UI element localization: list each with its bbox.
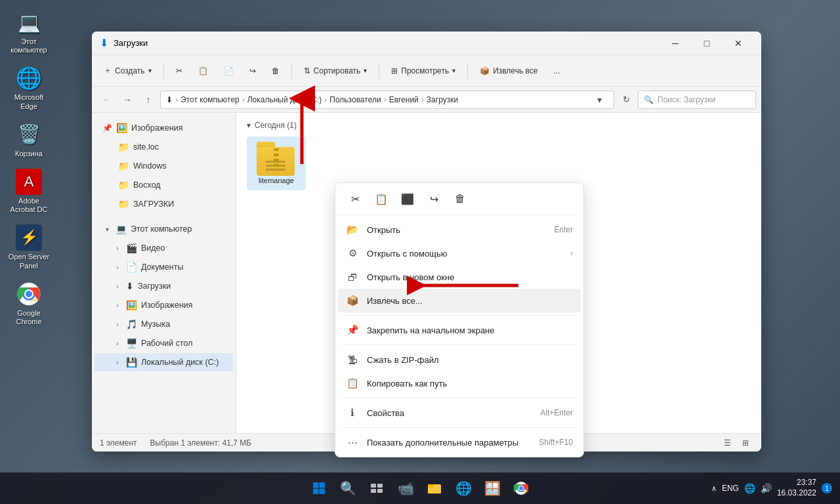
breadcrumb-thispc[interactable]: Этот компьютер (180, 95, 240, 104)
create-button[interactable]: ＋ Создать ▾ (97, 59, 158, 83)
ctx-new-window-label: Открыть в новом окне (367, 272, 454, 282)
edge-taskbar-button[interactable]: 🌐 (450, 475, 476, 501)
openserver-icon: ⚡ (16, 224, 42, 251)
edge-icon: 🌐 (16, 65, 42, 91)
list-view-button[interactable]: ☰ (719, 435, 735, 451)
sidebar-item-windows[interactable]: 📁 Windows (94, 157, 233, 175)
svg-rect-18 (428, 484, 434, 488)
breadcrumb-users[interactable]: Пользователи (329, 95, 381, 104)
delete-icon: 🗑 (272, 66, 280, 75)
clock-time: 23:37 (777, 478, 816, 488)
desktop-icon-thispc[interactable]: 💻 Этот компьютер (5, 7, 52, 57)
svg-rect-14 (371, 489, 376, 493)
notification-badge[interactable]: 1 (822, 483, 832, 494)
ctx-open-with-icon: ⚙ (346, 247, 359, 259)
sidebar-item-voshod[interactable]: 📁 Восход (94, 176, 233, 194)
ctx-copy-path[interactable]: 📋 Копировать как путь (338, 371, 581, 395)
sidebar-item-downloads-quick[interactable]: 📁 ЗАГРУЗКИ (94, 195, 233, 213)
view-controls: ☰ ⊞ (719, 435, 753, 451)
ctx-open-with[interactable]: ⚙ Открыть с помощью › (338, 242, 581, 265)
dropdown-button[interactable]: ▾ (590, 91, 608, 109)
ctx-pin-start[interactable]: 📌 Закрепить на начальном экране (338, 318, 581, 342)
share-button[interactable]: ↪ (243, 59, 262, 83)
sidebar-item-docs[interactable]: › 📄 Документы (94, 258, 233, 276)
store-button[interactable]: 🪟 (479, 475, 505, 501)
desktop-icon-recycle[interactable]: 🗑️ Корзина (5, 119, 52, 161)
ctx-extract-icon: 📦 (346, 295, 359, 306)
system-tray-expand[interactable]: ∧ (711, 484, 717, 493)
forward-button[interactable]: → (118, 91, 136, 109)
desktop-expand: › (113, 339, 122, 348)
ctx-extract-all[interactable]: 📦 Извлечь все... (338, 289, 581, 312)
search-box[interactable]: 🔍 Поиск: Загрузки (638, 91, 756, 109)
start-button[interactable] (306, 475, 332, 501)
breadcrumb-icon: ⬇ (166, 95, 173, 104)
grid-view-button[interactable]: ⊞ (738, 435, 753, 451)
ctx-cut-button[interactable]: ✂ (343, 188, 367, 209)
breadcrumb-disk[interactable]: Локальный диск (C:) (247, 95, 322, 104)
ctx-open-new-window[interactable]: 🗗 Открыть в новом окне (338, 265, 581, 289)
images-icon: 🖼️ (126, 300, 137, 310)
ctx-paste-button[interactable]: ⬛ (396, 188, 419, 209)
paste-button[interactable]: 📄 (217, 59, 240, 83)
ctx-separator-4 (343, 427, 576, 428)
sidebar-item-images-quick[interactable]: 📌 🖼️ Изображения (94, 119, 233, 137)
voshod-icon: 📁 (118, 180, 129, 190)
images-expand: › (113, 301, 122, 310)
downloads-quick-icon: 📁 (118, 199, 129, 209)
ctx-properties[interactable]: ℹ Свойства Alt+Enter (338, 401, 581, 425)
zip-folder-icon (257, 142, 296, 176)
file-item-litemanager[interactable]: litemanage (247, 136, 306, 190)
sidebar-item-localdisk[interactable]: › 💾 Локальный диск (C:) (94, 353, 233, 371)
ctx-extract-label: Извлечь все... (367, 296, 423, 306)
ctx-delete-button[interactable]: 🗑 (448, 188, 472, 209)
cut-button[interactable]: ✂ (169, 59, 189, 83)
desktop-icon-openserver[interactable]: ⚡ Open Server Panel (5, 222, 52, 272)
ctx-open[interactable]: 📂 Открыть Enter (338, 218, 581, 242)
volume-icon[interactable]: 🔊 (761, 483, 772, 494)
sidebar-item-music[interactable]: › 🎵 Музыка (94, 315, 233, 333)
close-button[interactable]: ✕ (723, 33, 753, 54)
breadcrumb-downloads[interactable]: Загрузки (427, 95, 458, 104)
desktop-icon-acrobat[interactable]: A Adobe Acrobat DC (5, 166, 52, 217)
toolbar: ＋ Создать ▾ ✂ 📋 📄 ↪ 🗑 ⇅ Сор (92, 55, 761, 87)
taskview-button[interactable] (364, 475, 390, 501)
up-button[interactable]: ↑ (139, 91, 158, 109)
sidebar-item-images[interactable]: › 🖼️ Изображения (94, 296, 233, 314)
extract-button[interactable]: 📦 Извлечь все (473, 59, 544, 83)
ctx-more-options[interactable]: ⋯ Показать дополнительные параметры Shif… (338, 430, 581, 454)
maximize-button[interactable]: □ (692, 33, 722, 54)
ctx-pin-icon: 📌 (346, 324, 359, 336)
chrome-taskbar-button[interactable] (508, 475, 534, 501)
sidebar-item-siteloc[interactable]: 📁 site.loc (94, 138, 233, 156)
ctx-compress[interactable]: 🗜 Сжать в ZIP-файл (338, 348, 581, 371)
sort-button[interactable]: ⇅ Сортировать ▾ (297, 59, 374, 83)
network-icon[interactable]: 🌐 (744, 483, 755, 494)
delete-button[interactable]: 🗑 (265, 59, 286, 83)
search-taskbar-button[interactable]: 🔍 (335, 475, 361, 501)
minimize-button[interactable]: ─ (660, 33, 690, 54)
more-button[interactable]: ... (547, 59, 566, 83)
sidebar-item-desktop[interactable]: › 🖥️ Рабочий стол (94, 334, 233, 352)
ctx-share-button[interactable]: ↪ (422, 188, 446, 209)
copy-button[interactable]: 📋 (192, 59, 215, 83)
sidebar-item-video[interactable]: › 🎬 Видео (94, 239, 233, 257)
sidebar-item-downloads[interactable]: › ⬇ Загрузки (94, 277, 233, 295)
back-button[interactable]: ← (97, 91, 116, 109)
sidebar-item-thispc[interactable]: ▾ 💻 Этот компьютер (94, 220, 233, 238)
section-header[interactable]: ▾ Сегодня (1) (247, 121, 751, 130)
fileexplorer-taskbar-button[interactable] (421, 475, 448, 501)
ctx-copy-button[interactable]: 📋 (369, 188, 393, 209)
ctx-properties-shortcut: Alt+Enter (540, 408, 573, 417)
taskbar-right: ∧ ENG 🌐 🔊 23:37 16.03.2022 1 (711, 478, 832, 498)
breadcrumb-user[interactable]: Евгений (389, 95, 419, 104)
refresh-button[interactable]: ↻ (617, 91, 635, 109)
view-button[interactable]: ⊞ Просмотреть ▾ (385, 59, 462, 83)
search-placeholder: Поиск: Загрузки (658, 95, 715, 104)
breadcrumb-bar[interactable]: ⬇ › Этот компьютер › Локальный диск (C:)… (160, 91, 614, 109)
widgets-button[interactable]: 📹 (392, 475, 419, 501)
taskbar-clock[interactable]: 23:37 16.03.2022 (777, 478, 816, 498)
desktop-icon-chrome[interactable]: Google Chrome (5, 278, 52, 329)
desktop-icon-edge[interactable]: 🌐 Microsoft Edge (5, 62, 52, 113)
lang-indicator[interactable]: ENG (722, 484, 739, 493)
